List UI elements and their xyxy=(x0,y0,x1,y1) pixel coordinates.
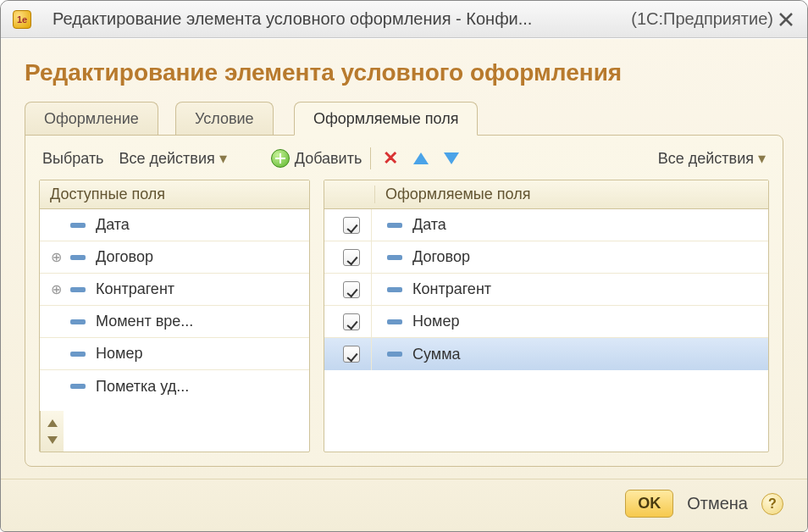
formatted-fields-panel: Оформляемые поля Дата Договор xyxy=(324,180,769,452)
field-icon xyxy=(387,287,402,292)
delete-button[interactable]: ✕ xyxy=(379,147,401,169)
formatted-fields-list[interactable]: Дата Договор Контрагент Номер xyxy=(324,209,768,452)
field-icon xyxy=(387,319,402,324)
field-label: Момент вре... xyxy=(96,313,193,330)
field-icon xyxy=(387,223,402,228)
arrow-up-icon xyxy=(413,152,429,164)
available-fields-panel: Доступные поля Дата ⊕ Договор xyxy=(39,180,310,452)
field-label: Контрагент xyxy=(96,280,174,298)
list-item[interactable]: Дата xyxy=(324,209,768,241)
select-button[interactable]: Выбрать xyxy=(39,148,108,169)
field-icon xyxy=(70,287,86,292)
tree-row[interactable]: Момент вре... xyxy=(40,306,309,338)
field-label: Номер xyxy=(412,313,459,330)
field-icon xyxy=(70,384,86,389)
move-up-button[interactable] xyxy=(410,152,432,164)
page-title: Редактирование элемента условного оформл… xyxy=(25,59,783,86)
all-actions-left-dropdown[interactable]: Все действия xyxy=(116,147,230,169)
dialog-window: 1e Редактирование элемента условного офо… xyxy=(0,0,808,532)
tree-row[interactable]: Дата xyxy=(40,209,309,241)
add-icon xyxy=(271,149,290,168)
available-fields-list[interactable]: Дата ⊕ Договор ⊕ Контрагент xyxy=(40,209,309,411)
app-1c-icon: 1e xyxy=(13,10,31,29)
all-actions-right-dropdown[interactable]: Все действия xyxy=(655,147,769,169)
tree-row[interactable]: ⊕ Договор xyxy=(40,241,309,274)
lists-area: Доступные поля Дата ⊕ Договор xyxy=(39,180,769,452)
field-icon xyxy=(70,319,86,324)
tab-row: Оформление Условие Оформляемые поля xyxy=(25,102,783,136)
close-icon xyxy=(778,12,794,27)
checkbox[interactable] xyxy=(343,217,360,234)
scrollbar[interactable] xyxy=(40,411,64,452)
field-icon xyxy=(387,352,402,357)
close-button[interactable] xyxy=(773,7,799,32)
list-item[interactable]: Сумма xyxy=(324,338,768,370)
triangle-down-icon xyxy=(47,436,58,444)
field-label: Дата xyxy=(412,216,446,234)
separator xyxy=(370,147,371,169)
tree-row[interactable]: Пометка уд... xyxy=(40,370,309,402)
list-item[interactable]: Контрагент xyxy=(324,274,768,306)
field-label: Дата xyxy=(96,216,130,234)
window-title-suffix: (1С:Предприятие) xyxy=(631,9,773,29)
field-icon xyxy=(70,255,86,260)
title-bar: 1e Редактирование элемента условного офо… xyxy=(1,1,807,38)
checkbox[interactable] xyxy=(343,346,360,363)
available-fields-header: Доступные поля xyxy=(40,180,309,209)
tree-row[interactable]: ⊕ Контрагент xyxy=(40,274,309,306)
expander-icon[interactable]: ⊕ xyxy=(47,249,65,265)
add-button-label: Добавить xyxy=(295,150,362,168)
toolbar: Выбрать Все действия Добавить ✕ Все дейс… xyxy=(39,147,769,169)
tab-formatting[interactable]: Оформление xyxy=(25,102,158,136)
scroll-down-button[interactable] xyxy=(44,431,61,448)
checkbox[interactable] xyxy=(343,281,360,298)
checkbox[interactable] xyxy=(343,249,360,266)
help-button[interactable]: ? xyxy=(761,493,783,515)
cancel-button[interactable]: Отмена xyxy=(687,494,748,513)
field-label: Сумма xyxy=(412,346,461,363)
footer: OK Отмена ? xyxy=(1,479,807,531)
field-label: Номер xyxy=(96,345,142,363)
checkbox[interactable] xyxy=(343,313,360,330)
tab-panel: Выбрать Все действия Добавить ✕ Все дейс… xyxy=(25,135,783,467)
scroll-up-button[interactable] xyxy=(44,414,61,431)
tab-condition[interactable]: Условие xyxy=(175,102,274,136)
field-label: Договор xyxy=(412,248,470,266)
window-title: Редактирование элемента условного оформл… xyxy=(53,9,626,29)
content-area: Редактирование элемента условного оформл… xyxy=(1,38,807,479)
move-down-button[interactable] xyxy=(440,152,462,164)
arrow-down-icon xyxy=(444,152,459,164)
tab-formatted-fields[interactable]: Оформляемые поля xyxy=(294,102,478,136)
field-label: Пометка уд... xyxy=(96,378,189,396)
field-label: Договор xyxy=(96,248,153,266)
ok-button[interactable]: OK xyxy=(625,490,673,518)
formatted-fields-header-label: Оформляемые поля xyxy=(375,186,530,203)
field-icon xyxy=(387,255,402,260)
field-icon xyxy=(70,352,86,357)
field-icon xyxy=(70,223,86,228)
list-item[interactable]: Номер xyxy=(324,306,768,338)
add-button[interactable]: Добавить xyxy=(271,149,362,168)
field-label: Контрагент xyxy=(412,280,491,298)
tree-row[interactable]: Номер xyxy=(40,338,309,370)
expander-icon[interactable]: ⊕ xyxy=(47,281,65,297)
list-item[interactable]: Договор xyxy=(324,241,768,274)
formatted-fields-header: Оформляемые поля xyxy=(324,180,768,209)
triangle-up-icon xyxy=(47,419,58,427)
